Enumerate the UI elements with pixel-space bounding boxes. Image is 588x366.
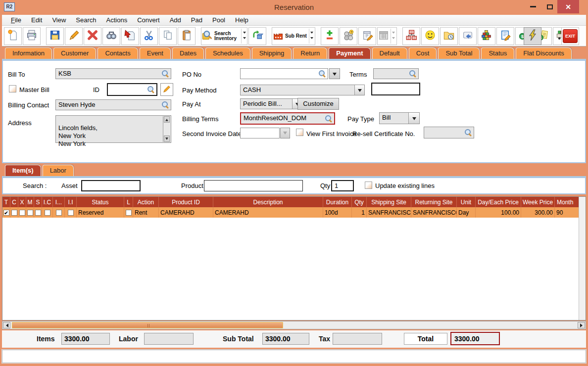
tab-cost[interactable]: Cost [409,47,437,59]
grid-vertical-scrollbar[interactable] [579,197,586,320]
billing-terms-field[interactable]: MonthResetON_DOM [240,112,335,125]
row-checkbox-t[interactable]: ✔ [3,210,9,216]
col-status[interactable]: Status [77,197,124,207]
tab-status[interactable]: Status [481,47,514,59]
search-icon[interactable] [409,70,417,78]
tab-flat-discounts[interactable]: Flat Discounts [516,47,571,59]
pool-button[interactable]: ? [340,27,357,45]
history-button[interactable] [440,27,458,45]
maximize-button[interactable] [542,0,557,13]
exit-button[interactable]: EXIT [561,27,579,45]
col-action[interactable]: Action [133,197,159,207]
sub-rent-button[interactable]: Sub Rent [272,27,315,45]
terms-field[interactable] [373,68,419,79]
print-button[interactable] [23,27,41,45]
tab-contacts[interactable]: Contacts [98,47,138,59]
chevron-down-icon[interactable] [354,85,364,95]
memo-button[interactable] [496,27,514,45]
col-week-price[interactable]: Week Price [521,197,555,207]
col-idots[interactable]: I... [53,197,65,207]
row-checkbox-l[interactable] [126,210,132,216]
inventory-button[interactable] [478,27,495,45]
address-textarea[interactable]: Lincoln fields, New York New York [55,115,171,143]
row-checkbox-m[interactable] [27,210,33,216]
tab-dates[interactable]: Dates [172,47,204,59]
resell-cert-field[interactable] [424,127,474,138]
new-document-button[interactable] [4,27,22,45]
paste-button[interactable] [178,27,196,45]
col-t[interactable]: T [2,197,10,207]
tab-items[interactable]: Item(s) [5,165,41,176]
tab-information[interactable]: Information [5,47,52,59]
edit-id-button[interactable] [160,83,173,96]
second-invoice-date-field[interactable] [240,128,280,138]
col-day-each-price[interactable]: Day/Each Price [476,197,521,207]
shortcut-button[interactable] [459,27,477,45]
menu-search[interactable]: Search [71,15,101,26]
col-description[interactable]: Description [213,197,323,207]
extra-field[interactable] [371,83,420,95]
search-inventory-dropdown[interactable] [241,29,247,44]
menu-add[interactable]: Add [165,15,186,26]
menu-pool[interactable]: Pool [207,15,230,26]
col-x[interactable]: X [18,197,26,207]
col-qty[interactable]: Qty [352,197,367,207]
search-icon[interactable] [464,129,472,137]
tab-customer[interactable]: Customer [53,47,96,59]
menu-help[interactable]: Help [230,15,253,26]
tab-sub-total[interactable]: Sub Total [438,47,480,59]
col-c[interactable]: C [10,197,18,207]
col-product-id[interactable]: Product ID [159,197,213,207]
id-field[interactable] [107,83,157,96]
update-existing-lines-checkbox[interactable] [365,182,372,189]
menu-file[interactable]: File [6,15,26,26]
close-button[interactable]: ✕ [557,0,579,13]
grid-horizontal-scrollbar[interactable] [2,321,586,329]
import-document-button[interactable] [121,27,139,45]
col-shipping-site[interactable]: Shipping Site [367,197,411,207]
tab-payment[interactable]: Payment [329,47,370,59]
search-icon[interactable] [161,101,169,109]
notes-button[interactable] [358,27,376,45]
po-no-dropdown-button[interactable] [329,68,340,79]
col-s[interactable]: S [34,197,42,207]
billing-contact-field[interactable]: Steven Hyde [55,99,171,110]
view-first-invoice-checkbox[interactable] [296,129,303,136]
search-icon[interactable] [161,70,169,78]
customer-button[interactable] [421,27,439,45]
cut-button[interactable] [140,27,158,45]
delete-button[interactable] [84,27,101,45]
menu-view[interactable]: View [47,15,71,26]
col-m[interactable]: M [26,197,34,207]
tab-shipping[interactable]: Shipping [252,47,292,59]
sub-rent-dropdown[interactable] [309,29,315,44]
minimize-button[interactable] [526,0,540,13]
tab-return[interactable]: Return [293,47,327,59]
col-l[interactable]: L [124,197,133,207]
col-unit[interactable]: Unit [457,197,476,207]
row-checkbox-idots[interactable] [56,210,62,216]
customize-button[interactable]: Customize [297,98,339,110]
master-bill-checkbox[interactable] [9,85,16,92]
search-inventory-button[interactable]: Search Inventory [201,27,247,45]
asset-input[interactable] [81,180,141,191]
col-ic[interactable]: I.C [42,197,53,207]
pay-method-combo[interactable]: CASH [240,85,365,95]
chevron-down-icon[interactable] [408,113,419,124]
row-checkbox-x[interactable] [19,210,25,216]
row-checkbox-ii[interactable] [68,210,74,216]
menu-pad[interactable]: Pad [186,15,207,26]
tab-labor[interactable]: Labor [43,165,74,176]
table-row[interactable]: ✔ Reserved Rent CAMERAHD CAMERAHD 100d 1… [2,207,586,218]
convert-button[interactable] [248,27,266,45]
search-icon[interactable] [147,86,155,93]
scroll-down-icon[interactable] [164,136,170,142]
tab-schedules[interactable]: Schedules [205,47,250,59]
col-returning-site[interactable]: Returning Site [411,197,457,207]
find-button[interactable] [102,27,120,45]
address-scrollbar[interactable] [163,116,170,142]
row-checkbox-s[interactable] [35,210,41,216]
search-icon[interactable] [318,70,326,78]
scroll-up-icon[interactable] [164,116,170,123]
menu-convert[interactable]: Convert [132,15,165,26]
